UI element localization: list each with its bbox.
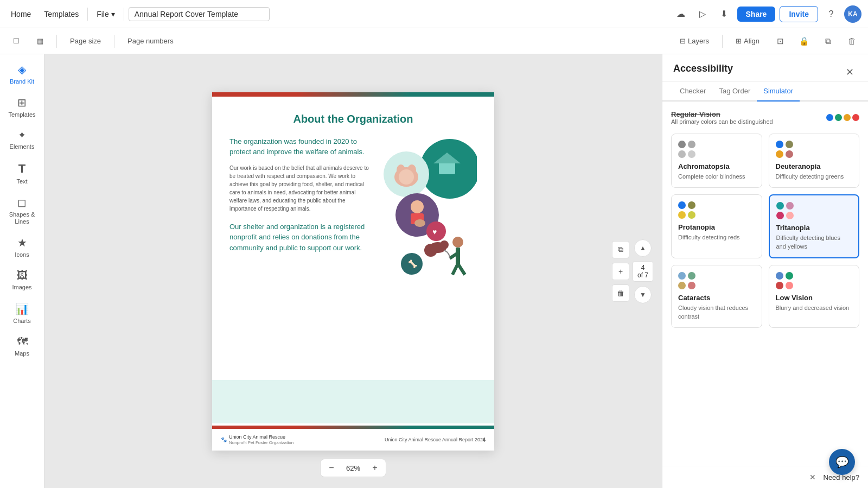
file-menu[interactable]: File ▾ [92, 8, 119, 21]
tab-simulator[interactable]: Simulator [757, 81, 800, 102]
home-nav[interactable]: Home [7, 8, 35, 21]
p-dot1 [678, 201, 686, 209]
p-dot2 [688, 201, 695, 209]
layers-label: Layers [688, 37, 709, 45]
vision-card-tritanopia[interactable]: Tritanopia Difficulty detecting blues an… [769, 194, 860, 258]
regular-vision-desc: All primary colors can be distinguished [671, 118, 773, 125]
page-down-button[interactable]: ▼ [634, 286, 652, 303]
help-close-button[interactable]: ✕ [806, 471, 819, 484]
sidebar-item-elements-label: Elements [10, 143, 35, 150]
templates-nav[interactable]: Templates [40, 8, 83, 21]
brand-kit-icon: ◈ [18, 63, 26, 76]
topbar: Home Templates File ▾ ☁ ▷ ⬇ Share Invite… [0, 0, 868, 28]
chat-button[interactable]: 💬 [829, 449, 855, 475]
tritanopia-title: Tritanopia [776, 224, 852, 232]
doc-illustration-svg: 🦴 ♥ [379, 136, 477, 299]
svg-point-15 [452, 237, 463, 248]
document-title-input[interactable] [129, 7, 270, 21]
svg-text:♥: ♥ [432, 227, 437, 236]
add-element-tool[interactable]: + [612, 263, 629, 280]
vision-card-achromatopsia[interactable]: Achromatopsia Complete color blindness [671, 134, 762, 188]
doc-body: The organization was founded in 2020 to … [229, 136, 477, 301]
dot-orange [844, 114, 851, 121]
protanopia-title: Protanopia [678, 223, 755, 231]
panel-close-button[interactable]: ✕ [842, 65, 857, 80]
tab-checker[interactable]: Checker [673, 81, 712, 102]
doc-title: About the Organization [229, 113, 477, 125]
present-icon[interactable]: ▷ [694, 5, 711, 23]
c-dot2 [688, 272, 695, 280]
page-up-button[interactable]: ▲ [634, 239, 652, 257]
deuteranopia-dots [776, 141, 802, 158]
canvas-area: About the Organization The organization … [44, 54, 662, 488]
page-number: 4 [482, 437, 486, 443]
d-dot3 [776, 150, 783, 158]
sidebar-item-shapes[interactable]: ◻ Shapes & Lines [3, 192, 42, 230]
sidebar-item-elements[interactable]: ✦ Elements [3, 125, 42, 155]
page-numbers-control[interactable]: Page numbers [123, 35, 178, 47]
sidebar-item-maps[interactable]: 🗺 Maps [3, 331, 42, 362]
sidebar-item-icons[interactable]: ★ Icons [3, 232, 42, 263]
elements-icon: ✦ [18, 129, 26, 141]
grid-toggle[interactable]: ▦ [33, 35, 48, 47]
lv-dot3 [776, 282, 783, 289]
doc-footer-content: 🐾 Union City Animal Rescue Nonprofit Pet… [212, 429, 494, 451]
current-page: 4 [641, 264, 645, 271]
zoom-out-button[interactable]: − [325, 461, 338, 474]
protanopia-desc: Difficulty detecting reds [678, 233, 755, 242]
lock-icon[interactable]: 🔒 [796, 34, 812, 49]
lv-dot4 [786, 282, 793, 289]
doc-content: About the Organization The organization … [212, 97, 494, 312]
svg-text:🦴: 🦴 [408, 259, 418, 269]
user-avatar[interactable]: KA [844, 5, 861, 23]
share-button[interactable]: Share [737, 7, 776, 22]
sidebar-item-charts-label: Charts [13, 318, 30, 325]
regular-vision-dots [826, 114, 859, 121]
duplicate-icon[interactable]: ⧉ [820, 34, 835, 49]
low-vision-title: Low Vision [776, 294, 853, 302]
copy-style-tool[interactable]: ⧉ [612, 241, 629, 258]
sidebar-item-charts[interactable]: 📊 Charts [3, 298, 42, 329]
cataracts-dots [678, 272, 704, 289]
help-icon[interactable]: ? [822, 5, 840, 23]
low-vision-dots [776, 272, 802, 289]
a-dot3 [678, 150, 686, 158]
align-control[interactable]: ⊞ Align [731, 35, 764, 47]
page-size-control[interactable]: Page size [66, 35, 105, 47]
c-dot1 [678, 272, 686, 280]
charts-icon: 📊 [15, 302, 29, 315]
sidebar-item-brand-label: Brand Kit [10, 78, 34, 85]
sidebar-item-text[interactable]: T Text [3, 157, 42, 189]
file-chevron-icon: ▾ [111, 10, 115, 18]
toolbar-divider2 [114, 35, 114, 48]
panel-tabs: Checker Tag Order Simulator [662, 81, 868, 102]
a-dot2 [688, 141, 695, 148]
crop-icon[interactable]: ⊡ [773, 34, 788, 49]
zoom-in-button[interactable]: + [368, 461, 381, 474]
page-checkbox[interactable]: ☐ [9, 35, 24, 47]
vision-card-protanopia[interactable]: Protanopia Difficulty detecting reds [671, 194, 762, 258]
vision-card-low-vision[interactable]: Low Vision Blurry and decreased vision [769, 265, 860, 328]
icons-icon: ★ [17, 236, 27, 249]
page-size-label: Page size [70, 37, 101, 45]
vision-card-deuteranopia[interactable]: Deuteranopia Difficulty detecting greens [769, 134, 860, 188]
sidebar-item-images[interactable]: 🖼 Images [3, 265, 42, 295]
sidebar-item-brand[interactable]: ◈ Brand Kit [3, 59, 42, 90]
download-icon[interactable]: ⬇ [716, 5, 733, 23]
regular-vision-info: Regular Vision All primary colors can be… [671, 110, 773, 125]
doc-header-bar [212, 92, 494, 97]
t-dot4 [786, 212, 794, 219]
svg-point-7 [399, 169, 414, 185]
cloud-save-icon[interactable]: ☁ [672, 5, 690, 23]
remove-element-tool[interactable]: 🗑 [612, 284, 629, 302]
layers-control[interactable]: ⊟ Layers [675, 35, 713, 47]
vision-card-cataracts[interactable]: Cataracts Cloudy vision that reduces con… [671, 265, 762, 328]
align-label: Align [744, 37, 760, 45]
regular-vision-section: Regular Vision All primary colors can be… [671, 110, 859, 125]
delete-icon[interactable]: 🗑 [844, 34, 859, 49]
panel-title: Accessibility [673, 63, 733, 81]
tab-tag-order[interactable]: Tag Order [712, 81, 757, 102]
sidebar-item-templates[interactable]: ⊞ Templates [3, 92, 42, 123]
invite-button[interactable]: Invite [780, 6, 818, 22]
svg-point-9 [411, 200, 424, 213]
